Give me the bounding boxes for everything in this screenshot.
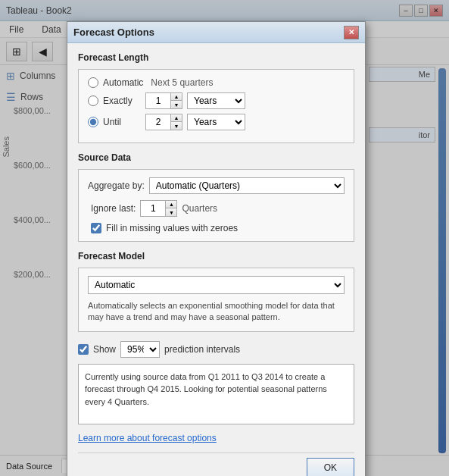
modal-title: Forecast Options	[73, 27, 344, 38]
ignore-up-btn[interactable]: ▲	[166, 201, 176, 208]
model-dropdown[interactable]: Automatic Custom	[88, 276, 345, 294]
aggregate-dropdown[interactable]: Automatic (Quarters) None Days Weeks Mon…	[149, 177, 345, 194]
model-description: Automatically selects an exponential smo…	[88, 300, 345, 324]
learn-more-link[interactable]: Learn more about forecast options	[78, 433, 354, 443]
prediction-intervals-label: prediction intervals	[164, 344, 240, 355]
until-radio[interactable]	[88, 117, 98, 127]
ignore-row: Ignore last: ▲ ▼ Quarters	[88, 200, 345, 217]
pct-dropdown[interactable]: 90% 95% 99%	[120, 341, 160, 358]
ignore-unit-label: Quarters	[182, 203, 217, 214]
exactly-row: Exactly ▲ ▼ Years Quarters Months Weeks …	[88, 92, 345, 109]
source-data-section: Aggregate by: Automatic (Quarters) None …	[78, 169, 354, 242]
until-spinner: ▲ ▼	[145, 114, 182, 130]
forecast-length-section: Automatic Next 5 quarters Exactly ▲ ▼ Ye…	[78, 69, 354, 143]
button-row: OK	[78, 453, 354, 476]
ignore-last-label: Ignore last:	[91, 203, 136, 214]
until-row: Until ▲ ▼ Years Quarters Months Weeks Da…	[88, 114, 345, 130]
until-label: Until	[103, 117, 141, 127]
exactly-value[interactable]	[146, 93, 170, 108]
aggregate-by-label: Aggregate by:	[88, 180, 145, 191]
forecast-model-section: Automatic Custom Automatically selects a…	[78, 268, 354, 332]
automatic-radio[interactable]	[88, 77, 98, 88]
fill-missing-label: Fill in missing values with zeroes	[106, 223, 238, 233]
automatic-next: Next 5 quarters	[151, 77, 213, 88]
until-spinner-btns: ▲ ▼	[170, 114, 182, 130]
modal-body: Forecast Length Automatic Next 5 quarter…	[67, 43, 365, 476]
ignore-down-btn[interactable]: ▼	[166, 208, 176, 216]
forecast-length-label: Forecast Length	[78, 52, 354, 63]
aggregate-row: Aggregate by: Automatic (Quarters) None …	[88, 177, 345, 194]
exactly-radio[interactable]	[88, 96, 98, 106]
ignore-spinner-btns: ▲ ▼	[165, 201, 176, 216]
exactly-spinner: ▲ ▼	[145, 92, 182, 109]
until-up-btn[interactable]: ▲	[171, 114, 182, 122]
until-value[interactable]	[146, 114, 170, 130]
exactly-unit-dropdown[interactable]: Years Quarters Months Weeks Days	[187, 92, 245, 109]
show-label: Show	[93, 344, 116, 355]
exactly-label: Exactly	[103, 96, 141, 106]
source-data-label: Source Data	[78, 152, 354, 163]
exactly-spinner-btns: ▲ ▼	[170, 93, 182, 108]
until-down-btn[interactable]: ▼	[171, 122, 182, 130]
ignore-spinner: ▲ ▼	[140, 200, 177, 217]
modal-titlebar: Forecast Options ✕	[67, 22, 365, 43]
prediction-row: Show 90% 95% 99% prediction intervals	[78, 341, 354, 358]
info-textbox	[78, 364, 354, 424]
show-prediction-checkbox[interactable]	[78, 344, 89, 355]
ok-button[interactable]: OK	[307, 458, 354, 476]
ignore-value[interactable]	[141, 201, 165, 216]
automatic-label: Automatic	[103, 77, 143, 88]
automatic-row: Automatic Next 5 quarters	[88, 77, 345, 88]
modal-close-btn[interactable]: ✕	[344, 26, 359, 39]
fill-missing-row: Fill in missing values with zeroes	[88, 223, 345, 233]
forecast-model-label: Forecast Model	[78, 251, 354, 261]
until-unit-dropdown[interactable]: Years Quarters Months Weeks Days	[187, 114, 245, 130]
fill-missing-checkbox[interactable]	[91, 223, 101, 233]
exactly-up-btn[interactable]: ▲	[171, 93, 182, 101]
forecast-options-modal: Forecast Options ✕ Forecast Length Autom…	[67, 21, 366, 476]
exactly-down-btn[interactable]: ▼	[171, 101, 182, 108]
